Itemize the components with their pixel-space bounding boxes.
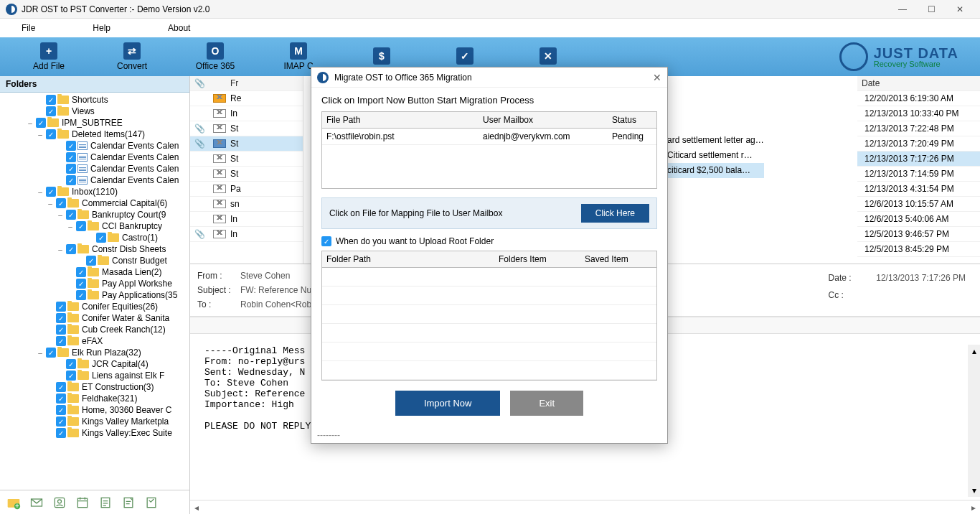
table-row[interactable]: F:\ostfile\robin.pst aiednjb@verykvm.com…: [322, 129, 656, 145]
foot-calendar-icon[interactable]: [72, 493, 93, 512]
folder-tree[interactable]: ✓Shortcuts✓Views–✓IPM_SUBTREE–✓Deleted I…: [0, 93, 189, 490]
tree-item[interactable]: ✓Constr Budget: [0, 255, 189, 266]
import-now-button[interactable]: Import Now: [395, 391, 500, 416]
th-user-mailbox[interactable]: User Mailbox: [479, 112, 608, 128]
list-item[interactable]: 12/13/2013 4:31:54 PM: [857, 182, 980, 197]
list-item[interactable]: 12/20/2013 6:19:30 AM: [857, 91, 980, 106]
tree-item[interactable]: ✓JCR Capital(4): [0, 358, 189, 370]
tree-item[interactable]: ✓Shortcuts: [0, 94, 189, 106]
tree-item[interactable]: –✓Inbox(1210): [0, 186, 189, 197]
th-status[interactable]: Status: [608, 112, 656, 128]
foot-mail-icon[interactable]: [26, 493, 47, 512]
col-attachment[interactable]: 📎: [194, 78, 209, 88]
col-date[interactable]: Date: [862, 78, 880, 88]
menu-file[interactable]: File: [22, 23, 64, 33]
foot-contacts-icon[interactable]: [49, 493, 70, 512]
message-list[interactable]: 📎 Fr ReIn📎St📎StStStPasnIn📎In: [190, 76, 303, 264]
tree-item[interactable]: ✓Masada Lien(2): [0, 266, 189, 278]
tree-item[interactable]: –✓Elk Run Plaza(32): [0, 347, 189, 358]
tree-item[interactable]: –✓Commercial Capital(6): [0, 197, 189, 209]
subject-label: Subject :: [197, 285, 240, 295]
tree-item[interactable]: –✓IPM_SUBTREE: [0, 117, 189, 129]
maximize-button[interactable]: ☐: [917, 0, 946, 19]
cc-label: Cc :: [829, 290, 872, 300]
date-list[interactable]: Date 12/20/2013 6:19:30 AM12/13/2013 10:…: [857, 76, 980, 257]
folder-sidebar: Folders ✓Shortcuts✓Views–✓IPM_SUBTREE–✓D…: [0, 76, 190, 514]
migrate-dialog: Migrate OST to Office 365 Migration ✕ Cl…: [311, 67, 668, 444]
app-title: JDR OST to PST Converter :- Demo Version…: [22, 4, 209, 14]
toolbar-button-0[interactable]: +Add File: [7, 37, 90, 76]
list-item[interactable]: 📎St: [190, 136, 303, 152]
tree-item[interactable]: –✓CCI Bankruptcy: [0, 220, 189, 232]
svg-rect-9: [147, 498, 156, 507]
list-item[interactable]: 12/13/2013 7:22:48 PM: [857, 121, 980, 136]
subject-snippets: ard settlement letter ag… Citicard settl…: [667, 133, 764, 178]
tree-item[interactable]: ✓Home, 30360 Beaver C: [0, 404, 189, 416]
tree-item[interactable]: –✓Bankruptcy Court(9: [0, 209, 189, 220]
tree-item[interactable]: ✓Calendar Events Calen: [0, 152, 189, 163]
tree-item[interactable]: ✓Pay Appl Workshe: [0, 278, 189, 289]
list-item[interactable]: Re: [190, 91, 303, 106]
foot-notes-icon[interactable]: [118, 493, 139, 512]
tree-item[interactable]: ✓Kings Valley Marketpla: [0, 416, 189, 427]
tree-item[interactable]: –✓Constr Disb Sheets: [0, 243, 189, 255]
menu-bar: File Help About: [0, 19, 980, 37]
foot-tasks-icon[interactable]: [95, 493, 116, 512]
dialog-close-button[interactable]: ✕: [653, 72, 661, 83]
tree-item[interactable]: ✓ET Construction(3): [0, 381, 189, 393]
mapping-info-bar: Click on File for Mapping File to User M…: [321, 197, 657, 229]
app-icon: [6, 4, 17, 15]
list-item[interactable]: In: [190, 212, 303, 227]
th-folder-path[interactable]: Folder Path: [322, 251, 494, 267]
list-item[interactable]: 📎In: [190, 227, 303, 242]
tree-item[interactable]: ✓Views: [0, 106, 189, 117]
toolbar-button-2[interactable]: OOffice 365: [174, 37, 257, 76]
toolbar-button-1[interactable]: ⇄Convert: [90, 37, 174, 76]
close-button[interactable]: ✕: [946, 0, 974, 19]
upload-root-checkbox[interactable]: ✓: [321, 236, 331, 246]
foot-folder-icon[interactable]: +: [3, 493, 24, 512]
list-item[interactable]: 12/13/2013 7:20:49 PM: [857, 136, 980, 152]
exit-button[interactable]: Exit: [510, 391, 583, 416]
tree-item[interactable]: ✓Liens against Elk F: [0, 370, 189, 381]
tree-item[interactable]: ✓Conifer Water & Sanita: [0, 312, 189, 324]
tree-item[interactable]: ✓Calendar Events Calen: [0, 174, 189, 186]
menu-help[interactable]: Help: [93, 23, 139, 33]
tree-item[interactable]: ✓Feldhake(321): [0, 393, 189, 404]
tree-item[interactable]: ✓Calendar Events Calen: [0, 140, 189, 152]
th-file-path[interactable]: File Path: [322, 112, 479, 128]
tree-item[interactable]: ✓Pay Applications(35: [0, 289, 189, 301]
list-item[interactable]: 12/5/2013 8:45:29 PM: [857, 242, 980, 257]
list-item[interactable]: 12/6/2013 5:40:06 AM: [857, 212, 980, 227]
td-file-path: F:\ostfile\robin.pst: [322, 129, 479, 144]
foot-journal-icon[interactable]: [141, 493, 162, 512]
list-item[interactable]: sn: [190, 197, 303, 212]
tree-item[interactable]: ✓Conifer Equities(26): [0, 301, 189, 312]
title-bar: JDR OST to PST Converter :- Demo Version…: [0, 0, 980, 19]
col-from[interactable]: Fr: [230, 78, 298, 88]
tree-item[interactable]: –✓Deleted Items(147): [0, 129, 189, 140]
tree-item[interactable]: ✓Cub Creek Ranch(12): [0, 324, 189, 335]
click-here-button[interactable]: Click Here: [581, 204, 649, 223]
vertical-scrollbar[interactable]: ▴▾: [968, 345, 980, 497]
list-item[interactable]: 12/5/2013 9:46:57 PM: [857, 227, 980, 242]
list-item[interactable]: 12/6/2013 10:15:57 AM: [857, 197, 980, 212]
list-item[interactable]: St: [190, 152, 303, 167]
list-item[interactable]: 12/13/2013 7:17:26 PM: [857, 152, 980, 167]
minimize-button[interactable]: —: [888, 0, 917, 19]
list-item[interactable]: 12/13/2013 10:33:40 PM: [857, 106, 980, 121]
list-item[interactable]: St: [190, 167, 303, 182]
horizontal-scrollbar[interactable]: ◂▸: [190, 500, 980, 514]
list-item[interactable]: Pa: [190, 182, 303, 197]
list-item[interactable]: In: [190, 106, 303, 121]
list-item[interactable]: 12/13/2013 7:14:59 PM: [857, 167, 980, 182]
tree-item[interactable]: ✓Calendar Events Calen: [0, 163, 189, 174]
menu-about[interactable]: About: [168, 23, 219, 33]
tree-item[interactable]: ✓Castro(1): [0, 232, 189, 243]
th-saved-item[interactable]: Saved Item: [580, 251, 656, 267]
folder-result-table: Folder Path Folders Item Saved Item: [321, 251, 657, 381]
list-item[interactable]: 📎St: [190, 121, 303, 136]
th-folders-item[interactable]: Folders Item: [494, 251, 580, 267]
tree-item[interactable]: ✓Kings Valley:Exec Suite: [0, 427, 189, 439]
tree-item[interactable]: ✓eFAX: [0, 335, 189, 347]
